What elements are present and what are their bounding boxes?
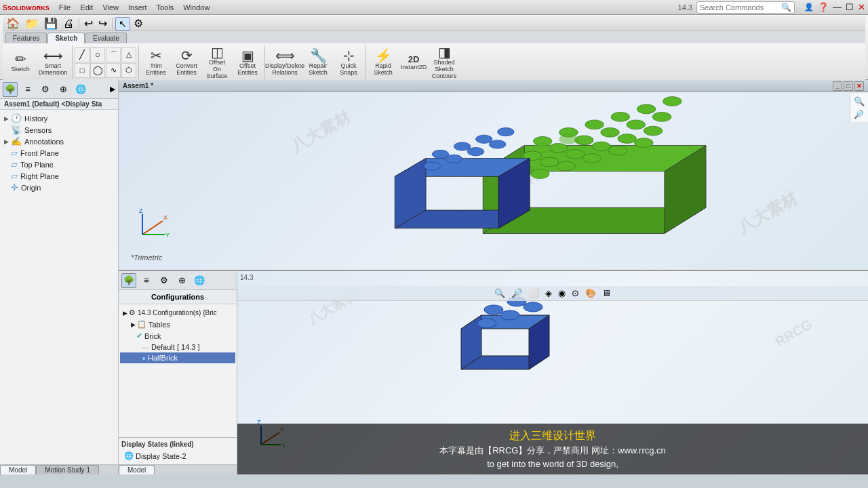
config-cfg-icon[interactable]: ⚙ — [157, 273, 172, 288]
sketch-icon: ✏ — [15, 52, 26, 66]
config-disp-icon[interactable]: 🌐 — [192, 273, 207, 288]
tree-item-history[interactable]: ▶ 🕐 History — [1, 113, 117, 124]
tree-item-front-plane[interactable]: ▱ Front Plane — [1, 147, 117, 159]
tab-evaluate[interactable]: Evaluate — [85, 33, 127, 43]
svg-point-7 — [611, 113, 630, 122]
tab-motion-study[interactable]: Motion Study 1 — [36, 465, 99, 474]
circle-tool[interactable]: ○ — [90, 47, 105, 62]
config-dim-icon[interactable]: ⊕ — [174, 273, 189, 288]
vp-min-btn[interactable]: _ — [833, 81, 842, 91]
help-icon[interactable]: ❓ — [818, 2, 829, 12]
save-icon[interactable]: 💾 — [42, 16, 60, 30]
tree-item-top-plane[interactable]: ▱ Top Plane — [1, 159, 117, 170]
bottom-vp-icon-5[interactable]: ◉ — [556, 287, 568, 299]
line-tool[interactable]: ╱ — [75, 47, 90, 62]
bottom-vp-icon-2[interactable]: 🔎 — [509, 287, 524, 299]
bottom-vp-icon-4[interactable]: ◈ — [543, 287, 554, 299]
bottom-vp-icon-7[interactable]: 🎨 — [583, 287, 598, 299]
folder-icon[interactable]: 📁 — [23, 16, 41, 30]
print-icon[interactable]: 🖨 — [61, 17, 76, 30]
search-bar[interactable]: 🔍 — [696, 1, 795, 14]
bottom-vp-icon-6[interactable]: ⊙ — [570, 287, 581, 299]
convert-entities-btn[interactable]: ⟳ ConvertEntities — [172, 43, 201, 81]
svg-text:Y: Y — [165, 232, 170, 239]
bottom-panel: 🌳 ≡ ⚙ ⊕ 🌐 Configurations ▶ ⚙ 14.3 Config… — [119, 271, 868, 474]
vp-max-btn[interactable]: □ — [844, 81, 853, 91]
config-manager-icon[interactable]: ⚙ — [38, 82, 53, 97]
options-icon[interactable]: ⚙ — [132, 16, 145, 30]
history-label: History — [24, 115, 47, 123]
user-icon[interactable]: 👤 — [804, 3, 814, 12]
home-icon[interactable]: 🏠 — [4, 16, 22, 30]
front-plane-icon: ▱ — [11, 148, 18, 158]
zoom-in-icon[interactable]: 🔍 — [852, 96, 867, 107]
tab-sketch[interactable]: Sketch — [47, 33, 85, 43]
offset-entities-btn[interactable]: ▣ OffsetEntities — [233, 43, 262, 81]
zoom-out-icon[interactable]: 🔎 — [852, 109, 867, 120]
tree-item-origin[interactable]: ✛ Origin — [1, 182, 117, 193]
restore-btn[interactable]: ☐ — [846, 2, 854, 12]
display-state-item[interactable]: 🌐 Display State-2 — [121, 450, 234, 462]
config-default[interactable]: — Default [ 14.3 ] — [120, 342, 235, 352]
tree-item-right-plane[interactable]: ▱ Right Plane — [1, 170, 117, 182]
display-manager-icon[interactable]: 🌐 — [73, 82, 88, 97]
menu-tools[interactable]: Tools — [153, 3, 178, 12]
menu-view[interactable]: View — [98, 3, 123, 12]
expand-panel-btn[interactable]: ▶ — [110, 85, 115, 94]
sketch-tab-bar: Features Sketch Evaluate — [3, 31, 865, 43]
sketch-btn[interactable]: ✏ Sketch — [5, 43, 35, 81]
offset-surface-btn[interactable]: ◫ OffsetOnSurface — [202, 43, 232, 81]
tree-item-annotations[interactable]: ▶ ✍ Annotations — [1, 136, 117, 147]
ellipse-tool[interactable]: ◯ — [90, 63, 105, 78]
quick-snaps-btn[interactable]: ⊹ QuickSnaps — [334, 43, 363, 81]
config-root[interactable]: ▶ ⚙ 14.3 Configuration(s) {Bric — [120, 307, 235, 319]
close-btn[interactable]: ✕ — [858, 2, 865, 12]
tab-model-top[interactable]: Model — [0, 465, 36, 474]
shaded-sketch-btn[interactable]: ◨ ShadedSketchContours — [429, 43, 459, 81]
rapid-sketch-btn[interactable]: ⚡ RapidSketch — [368, 43, 398, 81]
config-brick[interactable]: ✔ Brick — [120, 330, 235, 342]
dim-xpert-icon[interactable]: ⊕ — [56, 82, 71, 97]
top-viewport[interactable]: Assem1 * _ □ ✕ 八大素材 RRCG 八大素材 — [119, 80, 868, 271]
display-state-label: Display State-2 — [136, 452, 186, 460]
toolbar-area: 🏠 📁 💾 🖨 ↩ ↪ ↖ ⚙ Features Sketch Evaluate… — [0, 15, 868, 80]
spline-tool[interactable]: ∿ — [106, 63, 121, 78]
config-tree-icon[interactable]: 🌳 — [121, 273, 136, 288]
arc-tool[interactable]: ⌒ — [106, 47, 121, 62]
config-tables[interactable]: ▶ 📋 Tables — [120, 319, 235, 330]
shaded-sketch-icon: ◨ — [438, 45, 451, 59]
redo-icon[interactable]: ↪ — [96, 16, 109, 30]
svg-point-25 — [583, 154, 601, 163]
menu-window[interactable]: Window — [179, 3, 214, 12]
instant2d-btn[interactable]: 2D Instant2D — [399, 43, 429, 81]
tab-model-bottom[interactable]: Model — [119, 465, 155, 474]
offset-surface-icon: ◫ — [211, 45, 224, 59]
undo-icon[interactable]: ↩ — [82, 16, 95, 30]
select-icon[interactable]: ↖ — [115, 17, 130, 30]
bottom-vp-icon-1[interactable]: 🔍 — [492, 287, 507, 299]
menu-edit[interactable]: Edit — [76, 3, 97, 12]
tab-features[interactable]: Features — [5, 33, 47, 43]
display-delete-btn[interactable]: ⟺ Display/DeleteRelations — [267, 43, 302, 81]
polygon-tool[interactable]: ⬡ — [121, 63, 136, 78]
feature-manager-icon[interactable]: 🌳 — [3, 82, 18, 97]
config-halfbrick[interactable]: ● HalfBrick — [120, 352, 235, 363]
bottom-vp-icon-3[interactable]: ⬜ — [526, 287, 541, 299]
config-prop-icon[interactable]: ≡ — [139, 273, 154, 288]
bottom-vp-icon-8[interactable]: 🖥 — [600, 287, 613, 299]
menu-file[interactable]: File — [55, 3, 75, 12]
vp-close-btn[interactable]: ✕ — [854, 81, 864, 91]
triangle-tool[interactable]: △ — [121, 47, 136, 62]
menu-insert[interactable]: Insert — [124, 3, 151, 12]
smart-dimension-btn[interactable]: ⟷ SmartDimension — [36, 43, 70, 81]
property-manager-icon[interactable]: ≡ — [20, 82, 35, 97]
repair-sketch-btn[interactable]: 🔧 RepairSketch — [303, 43, 333, 81]
search-icon[interactable]: 🔍 — [781, 3, 791, 12]
convert-label: ConvertEntities — [176, 62, 197, 76]
minimize-btn[interactable]: — — [833, 2, 842, 12]
tree-item-sensors[interactable]: 📡 Sensors — [1, 124, 117, 136]
rect-tool[interactable]: □ — [75, 63, 90, 78]
trim-entities-btn[interactable]: ✂ TrimEntities — [141, 43, 171, 81]
bottom-viewport-canvas[interactable]: 14.3 八大素材 RRCG — [237, 271, 868, 474]
search-input[interactable] — [700, 3, 781, 12]
